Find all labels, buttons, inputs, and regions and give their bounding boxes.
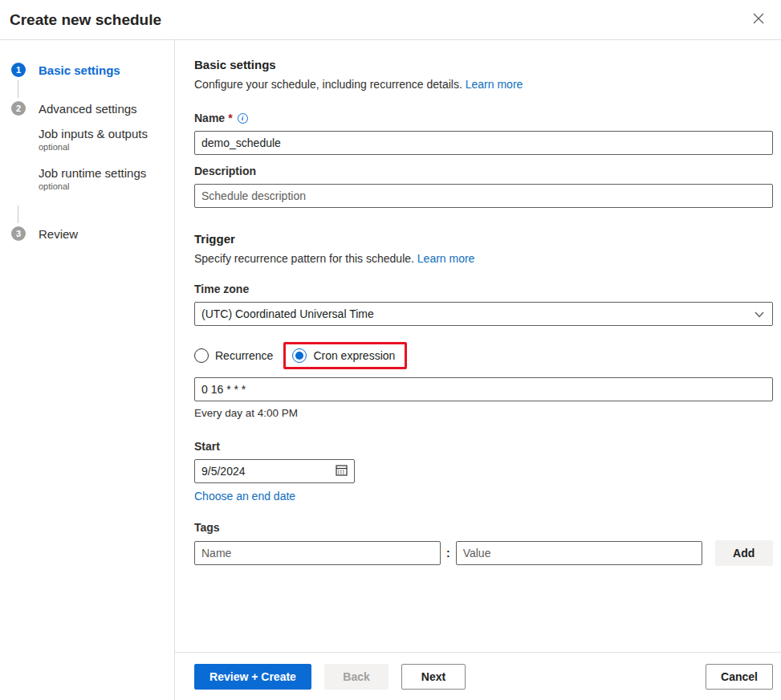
recurrence-radio[interactable] — [194, 348, 209, 363]
calendar-icon — [336, 464, 348, 478]
required-asterisk: * — [228, 112, 232, 124]
trigger-subtitle: Specify recurrence pattern for this sche… — [194, 252, 773, 265]
next-button[interactable]: Next — [401, 664, 466, 690]
trigger-subtitle-text: Specify recurrence pattern for this sche… — [194, 252, 414, 265]
stepper-sidebar: 1 Basic settings 2 Advanced settings Job… — [0, 40, 175, 700]
form-content: Basic settings Configure your schedule, … — [175, 40, 781, 652]
description-input[interactable] — [194, 184, 773, 208]
timezone-label-text: Time zone — [194, 283, 249, 295]
tag-value-input[interactable] — [456, 541, 702, 565]
basic-settings-subtitle-text: Configure your schedule, including recur… — [194, 78, 462, 91]
tags-label: Tags — [194, 521, 773, 534]
substep-list: Job inputs & outputs optional Job runtim… — [39, 127, 174, 191]
cron-hint-text: Every day at 4:00 PM — [194, 407, 773, 419]
cron-expression-input[interactable] — [194, 377, 773, 401]
calendar-button[interactable] — [336, 464, 348, 478]
trigger-learn-more-link[interactable]: Learn more — [417, 252, 475, 265]
create-schedule-dialog: Create new schedule 1 Basic settings 2 A… — [0, 0, 781, 700]
tag-name-input[interactable] — [194, 541, 441, 565]
cron-highlight-annotation: Cron expression — [283, 342, 407, 369]
timezone-selected-value: (UTC) Coordinated Universal Time — [201, 307, 374, 320]
start-label-text: Start — [194, 440, 220, 453]
step-connector — [18, 206, 18, 223]
chevron-down-icon — [755, 307, 764, 321]
step-1-circle: 1 — [11, 63, 26, 77]
start-date-picker[interactable] — [194, 459, 355, 483]
substep-optional-note: optional — [39, 181, 174, 191]
tags-label-text: Tags — [194, 521, 220, 534]
substep-label: Job runtime settings — [39, 166, 174, 180]
description-label: Description — [194, 165, 773, 177]
basic-settings-learn-more-link[interactable]: Learn more — [466, 78, 523, 91]
main-panel: Basic settings Configure your schedule, … — [175, 40, 781, 700]
tag-separator: : — [446, 547, 450, 560]
step-2-circle: 2 — [11, 101, 26, 116]
cancel-button[interactable]: Cancel — [706, 664, 773, 690]
step-3-circle: 3 — [11, 226, 26, 241]
step-connector — [18, 80, 18, 98]
step-2-label: Advanced settings — [39, 102, 137, 116]
review-create-button[interactable]: Review + Create — [194, 664, 311, 690]
step-1-label: Basic settings — [39, 63, 120, 77]
close-icon — [753, 13, 764, 26]
substep-label: Job inputs & outputs — [39, 127, 174, 140]
name-input[interactable] — [194, 131, 773, 155]
start-label: Start — [194, 440, 773, 453]
step-3-label: Review — [39, 227, 78, 241]
cron-expression-radio-option[interactable]: Cron expression — [292, 348, 395, 363]
dialog-footer: Review + Create Back Next Cancel — [175, 652, 781, 700]
description-label-text: Description — [194, 165, 256, 177]
step-basic-settings[interactable]: 1 Basic settings — [11, 63, 174, 77]
dialog-title: Create new schedule — [10, 11, 161, 29]
recurrence-radio-option[interactable]: Recurrence — [194, 348, 273, 363]
start-date-input[interactable] — [201, 465, 306, 478]
name-label-text: Name — [194, 112, 225, 124]
close-button[interactable] — [747, 9, 770, 31]
basic-settings-heading: Basic settings — [194, 58, 773, 71]
basic-settings-subtitle: Configure your schedule, including recur… — [194, 78, 773, 91]
cron-expression-radio[interactable] — [292, 348, 307, 363]
dialog-header: Create new schedule — [0, 0, 781, 40]
cron-expression-radio-label: Cron expression — [313, 349, 395, 362]
timezone-select[interactable]: (UTC) Coordinated Universal Time — [194, 302, 773, 326]
recurrence-radio-label: Recurrence — [215, 349, 273, 362]
info-icon[interactable]: i — [238, 113, 248, 124]
substep-optional-note: optional — [39, 142, 174, 152]
step-review[interactable]: 3 Review — [11, 226, 174, 241]
trigger-heading: Trigger — [194, 232, 773, 246]
name-label: Name * i — [194, 112, 773, 124]
substep-job-runtime-settings[interactable]: Job runtime settings optional — [39, 166, 174, 191]
tags-row: : Add — [194, 540, 773, 566]
choose-end-date-link[interactable]: Choose an end date — [194, 490, 295, 503]
dialog-body: 1 Basic settings 2 Advanced settings Job… — [0, 40, 781, 700]
add-tag-button[interactable]: Add — [715, 540, 773, 566]
timezone-label: Time zone — [194, 283, 773, 295]
back-button[interactable]: Back — [324, 664, 388, 690]
step-advanced-settings[interactable]: 2 Advanced settings — [11, 101, 174, 116]
substep-job-inputs-outputs[interactable]: Job inputs & outputs optional — [39, 127, 174, 152]
trigger-type-radio-group: Recurrence Cron expression — [194, 342, 773, 369]
